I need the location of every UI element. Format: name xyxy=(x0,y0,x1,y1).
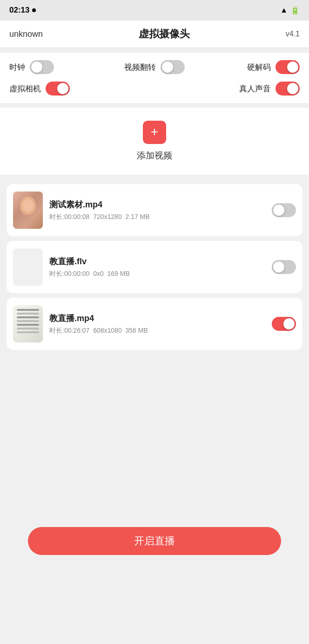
video-toggle-3-thumb xyxy=(283,318,295,329)
clock-toggle[interactable] xyxy=(30,60,54,74)
clock-label: 时钟 xyxy=(9,62,25,73)
video-info-2: 教直播.flv 时长:00:00:00 0x0 169 MB xyxy=(49,256,265,278)
video-meta-2: 时长:00:00:00 0x0 169 MB xyxy=(49,270,265,278)
hard-decode-toggle[interactable] xyxy=(275,60,300,74)
start-live-label: 开启直播 xyxy=(134,534,175,548)
content-spacer xyxy=(0,355,309,518)
video-flip-toggle-thumb xyxy=(162,62,173,73)
video-meta-1: 时长:00:00:08 720x1280 2.17 MB xyxy=(49,213,265,221)
app-version: v4.1 xyxy=(286,30,300,38)
real-voice-toggle[interactable] xyxy=(275,82,300,96)
add-video-label: 添加视频 xyxy=(137,150,172,162)
video-item-2: 教直播.flv 时长:00:00:00 0x0 169 MB xyxy=(7,241,302,293)
video-thumb-1 xyxy=(13,192,43,229)
device-name-label: unknown xyxy=(9,29,43,39)
status-left: 02:13 xyxy=(9,6,36,15)
video-name-1: 测试素材.mp4 xyxy=(49,199,265,210)
status-time: 02:13 xyxy=(9,6,29,15)
video-name-3: 教直播.mp4 xyxy=(49,313,265,324)
virtual-cam-toggle[interactable] xyxy=(46,82,70,96)
controls-grid: 时钟 视频翻转 硬解码 虚拟相机 xyxy=(9,60,300,96)
controls-section: 时钟 视频翻转 硬解码 虚拟相机 xyxy=(0,53,309,103)
video-toggle-2-thumb xyxy=(273,261,284,273)
clock-toggle-thumb xyxy=(31,62,42,73)
virtual-cam-label: 虚拟相机 xyxy=(9,83,41,94)
video-flip-control: 视频翻转 xyxy=(106,60,203,74)
video-toggle-3[interactable] xyxy=(272,317,296,331)
real-voice-label: 真人声音 xyxy=(239,83,271,94)
video-toggle-1-thumb xyxy=(273,205,284,216)
video-info-1: 测试素材.mp4 时长:00:00:08 720x1280 2.17 MB xyxy=(49,199,265,221)
virtual-cam-control: 虚拟相机 xyxy=(9,82,106,96)
status-bar: 02:13 ▲ 🔋 xyxy=(0,0,309,21)
battery-icon: 🔋 xyxy=(290,6,300,15)
controls-empty-cell xyxy=(106,82,203,96)
video-item-1: 测试素材.mp4 时长:00:00:08 720x1280 2.17 MB xyxy=(7,184,302,236)
video-toggle-1[interactable] xyxy=(272,203,296,217)
bottom-bar: 开启直播 xyxy=(0,518,309,569)
video-list: 测试素材.mp4 时长:00:00:08 720x1280 2.17 MB 教直… xyxy=(0,179,309,355)
plus-icon: + xyxy=(151,125,158,138)
video-thumb-3 xyxy=(13,305,43,343)
hard-decode-label: 硬解码 xyxy=(247,62,271,73)
video-flip-label: 视频翻转 xyxy=(124,62,156,73)
add-video-section: + 添加视频 xyxy=(0,108,309,175)
video-info-3: 教直播.mp4 时长:00:26:07 608x1080 356 MB xyxy=(49,313,265,335)
hard-decode-control: 硬解码 xyxy=(203,60,300,74)
status-right: ▲ 🔋 xyxy=(280,6,300,15)
start-live-button[interactable]: 开启直播 xyxy=(28,527,281,555)
video-item-3: 教直播.mp4 时长:00:26:07 608x1080 356 MB xyxy=(7,298,302,350)
hard-decode-toggle-thumb xyxy=(287,62,298,73)
video-toggle-2[interactable] xyxy=(272,260,296,274)
wifi-icon: ▲ xyxy=(280,6,288,14)
real-voice-control: 真人声音 xyxy=(203,82,300,96)
app-header: unknown 虚拟摄像头 v4.1 xyxy=(0,21,309,48)
virtual-cam-toggle-thumb xyxy=(57,83,68,94)
video-flip-toggle[interactable] xyxy=(161,60,185,74)
divider-1 xyxy=(0,103,309,108)
add-video-button[interactable]: + xyxy=(143,121,166,144)
video-name-2: 教直播.flv xyxy=(49,256,265,267)
video-thumb-2-placeholder xyxy=(13,248,43,286)
clock-control: 时钟 xyxy=(9,60,106,74)
video-meta-3: 时长:00:26:07 608x1080 356 MB xyxy=(49,327,265,335)
divider-2 xyxy=(0,175,309,179)
app-title: 虚拟摄像头 xyxy=(139,27,190,41)
status-dot xyxy=(32,8,36,12)
real-voice-toggle-thumb xyxy=(287,83,298,94)
